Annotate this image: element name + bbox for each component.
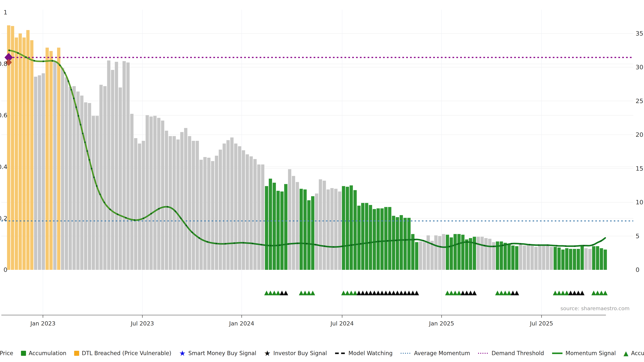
bar-close-price	[184, 128, 188, 270]
bar-close-price	[146, 115, 149, 270]
legend-item-close-price[interactable]: Close Price	[0, 350, 13, 357]
bar-close-price	[238, 146, 241, 270]
investor-buy-triangle-icon	[372, 291, 377, 295]
bar-accumulation	[596, 246, 599, 270]
bar-close-price	[546, 246, 549, 270]
bar-accumulation	[573, 249, 576, 270]
bar-close-price	[88, 103, 91, 270]
left-axis-tick-label: 0.4	[0, 163, 8, 170]
investor-buy-triangle-icon	[407, 291, 412, 295]
bar-close-price	[138, 143, 141, 270]
bar-close-price	[72, 86, 76, 270]
accumulation-triangle-icon	[306, 291, 311, 295]
bar-close-price	[419, 242, 422, 270]
bar-close-price	[523, 246, 526, 270]
bar-close-price	[103, 86, 107, 270]
bar-close-price	[180, 132, 184, 270]
x-tick-label: Jan 2024	[229, 320, 254, 327]
bar-close-price	[84, 102, 88, 270]
legend-label: Accumulation	[631, 350, 644, 357]
bar-close-price	[107, 60, 110, 270]
bar-close-price	[246, 154, 249, 270]
bar-close-price	[119, 87, 122, 270]
bar-close-price	[188, 136, 191, 270]
bar-accumulation	[511, 246, 514, 270]
accumulation-triangle-icon	[276, 291, 280, 295]
investor-buy-triangle-icon	[460, 291, 465, 295]
legend-item-average-momentum[interactable]: Average Momentum	[400, 350, 470, 357]
bar-accumulation	[454, 234, 457, 270]
bar-accumulation	[373, 209, 376, 270]
bar-close-price	[434, 235, 438, 270]
legend-square-icon	[74, 351, 79, 356]
investor-buy-triangle-icon	[410, 291, 415, 295]
bar-accumulation	[473, 237, 476, 270]
bar-dtl-breached	[49, 51, 53, 270]
bar-close-price	[153, 116, 157, 270]
legend-item-accumulation[interactable]: ▲Accumulation	[624, 350, 644, 357]
investor-buy-triangle-icon	[399, 291, 404, 295]
investor-buy-triangle-icon	[380, 291, 384, 295]
accumulation-triangle-icon	[599, 291, 604, 295]
bar-close-price	[111, 70, 114, 270]
bar-close-price	[519, 244, 522, 270]
legend-item-smart-money-buy-signal[interactable]: ★Smart Money Buy Signal	[179, 350, 256, 357]
bar-close-price	[203, 157, 206, 270]
bar-close-price	[211, 161, 214, 270]
bar-close-price	[196, 141, 199, 270]
bar-close-price	[150, 116, 153, 270]
bar-accumulation	[554, 247, 557, 270]
legend-triangle-icon: ▲	[624, 351, 628, 356]
bar-close-price	[442, 234, 445, 270]
legend-item-model-watching[interactable]: Model Watching	[335, 350, 392, 357]
right-axis-tick-label: 20	[636, 131, 643, 138]
bar-close-price	[550, 247, 553, 270]
accumulation-triangle-icon	[299, 291, 304, 295]
bar-close-price	[315, 194, 318, 270]
legend-label: Momentum Signal	[566, 350, 616, 357]
accumulation-triangle-icon	[310, 291, 315, 295]
bar-close-price	[427, 235, 430, 270]
investor-buy-triangle-icon	[280, 291, 284, 295]
legend-label: Smart Money Buy Signal	[188, 350, 256, 357]
right-axis-tick-label: 25	[636, 97, 643, 104]
accumulation-triangle-icon	[591, 291, 596, 295]
bar-accumulation	[276, 191, 280, 270]
bar-accumulation	[350, 185, 353, 270]
bar-close-price	[234, 143, 238, 270]
x-tick-label: Jan 2025	[429, 320, 454, 327]
legend-item-investor-buy-signal[interactable]: ★Investor Buy Signal	[264, 350, 327, 357]
left-axis-tick-label: 1	[4, 9, 8, 16]
bar-close-price	[257, 164, 260, 270]
bar-accumulation	[396, 217, 399, 270]
bar-close-price	[134, 138, 137, 270]
right-axis-tick-label: 35	[636, 30, 643, 37]
investor-buy-triangle-icon	[388, 291, 392, 295]
bar-accumulation	[465, 240, 468, 270]
bar-accumulation	[346, 187, 349, 270]
bar-close-price	[438, 236, 442, 270]
bar-accumulation	[304, 189, 307, 270]
legend-item-accumulation[interactable]: Accumulation	[21, 350, 66, 357]
legend-label: Demand Threshold	[492, 350, 544, 357]
bar-close-price	[334, 189, 338, 270]
bar-close-price	[207, 158, 210, 270]
legend-item-demand-threshold[interactable]: Demand Threshold	[478, 350, 544, 357]
bar-accumulation	[450, 238, 453, 270]
accumulation-triangle-icon	[349, 291, 354, 295]
right-axis-tick-label: 15	[636, 165, 643, 172]
accumulation-triangle-icon	[345, 291, 350, 295]
bar-close-price	[261, 164, 264, 270]
accumulation-triangle-icon	[495, 291, 500, 295]
bar-close-price	[338, 192, 342, 270]
bar-close-price	[61, 68, 64, 270]
legend-item-dtl-breached-price-vulnerable[interactable]: DTL Breached (Price Vulnerable)	[74, 350, 172, 357]
accumulation-triangle-icon	[303, 291, 308, 295]
x-tick-label: Jan 2023	[30, 320, 56, 327]
bar-dtl-breached	[15, 37, 18, 270]
bar-close-price	[172, 136, 176, 270]
legend-item-momentum-signal[interactable]: Momentum Signal	[552, 350, 616, 357]
legend-label: Close Price	[0, 350, 13, 357]
bar-accumulation	[446, 235, 449, 270]
bar-close-price	[488, 239, 492, 270]
